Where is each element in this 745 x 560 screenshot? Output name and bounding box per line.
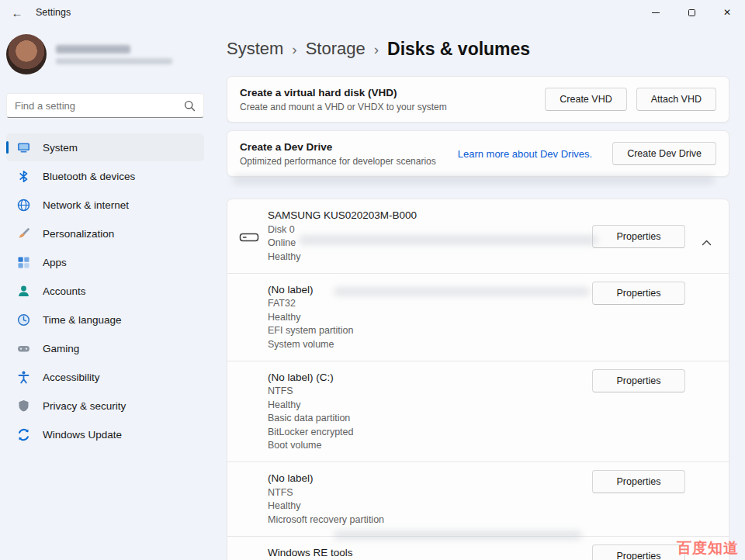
vhd-card-title: Create a virtual hard disk (VHD) (240, 87, 545, 99)
create-dev-drive-button[interactable]: Create Dev Drive (612, 142, 716, 165)
person-icon (16, 284, 31, 299)
sidebar: System Bluetooth & devices Network & int… (0, 25, 219, 560)
volume-health: Healthy (268, 400, 716, 410)
titlebar: ← Settings ✕ (0, 0, 745, 25)
sidebar-item-label: Apps (43, 257, 67, 268)
volume-row: (No label) FAT32 Healthy EFI system part… (227, 274, 729, 361)
volume-health: Healthy (268, 501, 716, 511)
search-box[interactable] (6, 93, 204, 118)
sidebar-item-network-internet[interactable]: Network & internet (6, 191, 204, 219)
breadcrumb-separator-icon: › (292, 40, 296, 58)
volume-role: System volume (268, 340, 716, 350)
sidebar-item-label: Network & internet (43, 199, 129, 211)
volume-row: Windows RE tools NTFS Healthy Properties (227, 537, 729, 560)
search-input[interactable] (15, 100, 184, 112)
volume-role: Boot volume (268, 441, 716, 451)
clock-icon (16, 313, 31, 327)
properties-button[interactable]: Properties (592, 470, 685, 493)
watermark: 百度知道 (677, 538, 739, 558)
sidebar-item-accessibility[interactable]: Accessibility (6, 363, 204, 391)
sidebar-item-system[interactable]: System (6, 133, 204, 161)
avatar (6, 34, 47, 74)
volume-encryption: BitLocker encrypted (268, 427, 716, 437)
apps-grid-icon (16, 255, 31, 270)
accessibility-person-icon (16, 370, 31, 385)
sidebar-item-label: System (43, 142, 78, 154)
vhd-card-subtitle: Create and mount a VHD or VHDX to your s… (240, 102, 545, 112)
chevron-up-icon[interactable] (698, 232, 715, 252)
properties-button[interactable]: Properties (592, 282, 685, 305)
volume-row: (No label) NTFS Healthy Microsoft recove… (227, 462, 729, 536)
sidebar-item-bluetooth-devices[interactable]: Bluetooth & devices (6, 162, 204, 190)
gamepad-icon (16, 341, 31, 356)
volume-partition-type: Basic data partition (268, 413, 716, 423)
properties-button[interactable]: Properties (592, 225, 685, 248)
properties-button[interactable]: Properties (592, 544, 685, 560)
sidebar-item-label: Windows Update (43, 429, 122, 441)
sidebar-item-label: Accessibility (43, 372, 100, 383)
bluetooth-icon (16, 169, 31, 184)
volume-row: (No label) (C:) NTFS Healthy Basic data … (227, 361, 729, 462)
close-icon: ✕ (723, 7, 731, 18)
sidebar-item-label: Privacy & security (43, 400, 126, 412)
dev-drive-card-subtitle: Optimized performance for developer scen… (240, 156, 458, 167)
sidebar-nav: System Bluetooth & devices Network & int… (6, 133, 210, 448)
breadcrumb-system[interactable]: System (227, 39, 283, 59)
user-profile[interactable] (6, 29, 210, 79)
breadcrumb-storage[interactable]: Storage (306, 39, 366, 59)
minimize-button[interactable] (638, 0, 674, 25)
breadcrumb: System › Storage › Disks & volumes (227, 37, 729, 60)
sidebar-item-apps[interactable]: Apps (6, 248, 204, 276)
properties-button[interactable]: Properties (592, 369, 685, 392)
system-icon (16, 140, 31, 155)
window-title: Settings (36, 7, 71, 18)
close-button[interactable]: ✕ (709, 0, 745, 25)
vhd-card: Create a virtual hard disk (VHD) Create … (227, 76, 729, 123)
sidebar-item-time-language[interactable]: Time & language (6, 306, 204, 334)
search-icon (184, 100, 196, 112)
globe-icon (16, 198, 31, 213)
sidebar-item-label: Gaming (43, 343, 79, 354)
disk-list-card: SAMSUNG KUS020203M-B000 Disk 0 Online He… (227, 199, 729, 560)
main-content: System › Storage › Disks & volumes Creat… (219, 25, 745, 560)
update-arrows-icon (16, 427, 31, 442)
sidebar-item-label: Personalization (43, 228, 114, 240)
back-arrow-icon: ← (12, 6, 23, 19)
dev-drive-card: Create a Dev Drive Optimized performance… (227, 130, 729, 177)
attach-vhd-button[interactable]: Attach VHD (636, 88, 716, 111)
disk-health: Healthy (268, 252, 716, 262)
user-name-blurred (56, 45, 172, 64)
sidebar-item-windows-update[interactable]: Windows Update (6, 420, 204, 448)
sidebar-item-label: Time & language (43, 314, 122, 326)
volume-partition-type: EFI system partition (268, 326, 716, 336)
sidebar-item-gaming[interactable]: Gaming (6, 334, 204, 362)
sidebar-item-label: Accounts (43, 285, 86, 297)
sidebar-item-privacy-security[interactable]: Privacy & security (6, 392, 204, 420)
paintbrush-icon (16, 226, 31, 241)
sidebar-item-accounts[interactable]: Accounts (6, 277, 204, 305)
minimize-icon (652, 12, 660, 13)
dev-drive-card-title: Create a Dev Drive (240, 141, 458, 153)
sidebar-item-label: Bluetooth & devices (43, 171, 135, 182)
volume-partition-type: Microsoft recovery partition (268, 515, 716, 525)
create-vhd-button[interactable]: Create VHD (545, 88, 626, 111)
maximize-icon (688, 9, 695, 16)
disk-row: SAMSUNG KUS020203M-B000 Disk 0 Online He… (227, 199, 729, 273)
volume-health: Healthy (268, 313, 716, 323)
page-title: Disks & volumes (387, 39, 530, 60)
back-button[interactable]: ← (5, 0, 29, 25)
disk-title: SAMSUNG KUS020203M-B000 (268, 209, 716, 221)
breadcrumb-separator-icon: › (374, 40, 379, 58)
ssd-disk-icon (239, 230, 259, 247)
maximize-button[interactable] (674, 0, 709, 25)
dev-drive-learn-more-link[interactable]: Learn more about Dev Drives. (458, 148, 592, 160)
sidebar-item-personalization[interactable]: Personalization (6, 220, 204, 247)
shield-icon (16, 399, 31, 413)
